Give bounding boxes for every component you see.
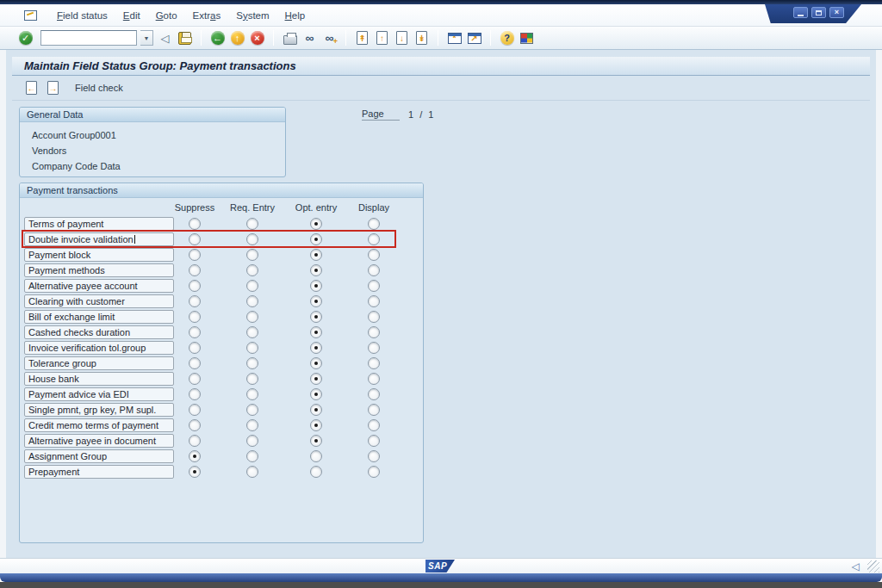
radio-req_entry[interactable] xyxy=(246,357,258,369)
menu-goto[interactable]: Goto xyxy=(148,8,185,23)
radio-opt_entry[interactable] xyxy=(310,311,322,323)
close-button[interactable]: × xyxy=(829,7,844,18)
radio-opt_entry[interactable] xyxy=(310,373,322,385)
radio-req_entry[interactable] xyxy=(246,466,258,478)
radio-suppress[interactable] xyxy=(189,249,201,261)
radio-display[interactable] xyxy=(368,450,380,462)
field-label-box[interactable]: Single pmnt, grp key, PM supl. xyxy=(24,403,174,417)
next-page-button[interactable]: ↓ xyxy=(394,30,410,46)
help-button[interactable]: ? xyxy=(499,30,515,46)
radio-display[interactable] xyxy=(368,295,380,307)
radio-suppress[interactable] xyxy=(189,264,201,276)
radio-req_entry[interactable] xyxy=(246,419,258,431)
radio-req_entry[interactable] xyxy=(246,295,258,307)
previous-screen-button[interactable]: ← xyxy=(23,80,40,96)
print-button[interactable] xyxy=(282,30,298,46)
find-button[interactable]: ∞ xyxy=(301,30,318,46)
radio-opt_entry[interactable] xyxy=(310,280,322,292)
radio-opt_entry[interactable] xyxy=(310,419,322,431)
field-label-box[interactable]: Terms of payment xyxy=(24,217,174,231)
maximize-button[interactable] xyxy=(811,7,826,18)
radio-suppress[interactable] xyxy=(189,233,201,245)
create-shortcut-button[interactable]: ↗ xyxy=(466,30,482,46)
radio-display[interactable] xyxy=(368,435,380,447)
radio-display[interactable] xyxy=(368,311,380,323)
menu-edit[interactable]: Edit xyxy=(115,8,148,23)
radio-req_entry[interactable] xyxy=(246,326,258,338)
radio-req_entry[interactable] xyxy=(246,450,258,462)
radio-opt_entry[interactable] xyxy=(310,326,322,338)
save-button[interactable] xyxy=(177,30,193,46)
radio-opt_entry[interactable] xyxy=(310,264,322,276)
first-page-button[interactable]: ↟ xyxy=(354,30,370,46)
collapse-toolbar-button[interactable]: ◁ xyxy=(157,30,173,46)
radio-req_entry[interactable] xyxy=(246,435,258,447)
radio-req_entry[interactable] xyxy=(246,218,258,230)
radio-display[interactable] xyxy=(368,218,380,230)
field-label-box[interactable]: Cashed checks duration xyxy=(24,325,174,339)
radio-opt_entry[interactable] xyxy=(310,450,322,462)
radio-req_entry[interactable] xyxy=(246,404,258,416)
field-label-box[interactable]: Assignment Group xyxy=(24,449,174,463)
radio-display[interactable] xyxy=(368,388,380,400)
command-dropdown-button[interactable]: ▼ xyxy=(140,30,153,46)
field-label-box[interactable]: Payment block xyxy=(24,248,174,262)
menu-extras[interactable]: Extras xyxy=(185,8,229,23)
radio-display[interactable] xyxy=(368,373,380,385)
field-label-box[interactable]: Payment advice via EDI xyxy=(24,387,174,401)
radio-suppress[interactable] xyxy=(189,404,201,416)
exit-button[interactable]: ↑ xyxy=(229,30,245,46)
field-label-box[interactable]: Alternative payee account xyxy=(24,279,174,293)
radio-req_entry[interactable] xyxy=(246,249,258,261)
radio-display[interactable] xyxy=(368,280,380,292)
radio-req_entry[interactable] xyxy=(246,388,258,400)
customize-layout-button[interactable] xyxy=(519,30,535,46)
radio-opt_entry[interactable] xyxy=(310,342,322,354)
field-label-box[interactable]: Credit memo terms of payment xyxy=(24,418,174,432)
field-label-box[interactable]: Prepayment xyxy=(24,465,174,479)
field-label-box[interactable]: Invoice verification tol.group xyxy=(24,341,174,355)
radio-display[interactable] xyxy=(368,404,380,416)
radio-suppress[interactable] xyxy=(189,373,201,385)
radio-display[interactable] xyxy=(368,233,380,245)
resize-grip-icon[interactable] xyxy=(867,560,879,573)
radio-req_entry[interactable] xyxy=(246,264,258,276)
radio-req_entry[interactable] xyxy=(246,311,258,323)
radio-opt_entry[interactable] xyxy=(310,295,322,307)
radio-suppress[interactable] xyxy=(189,466,201,478)
radio-suppress[interactable] xyxy=(189,295,201,307)
cancel-button[interactable]: × xyxy=(249,30,265,46)
radio-display[interactable] xyxy=(368,419,380,431)
system-menu-icon[interactable] xyxy=(24,10,37,21)
next-screen-button[interactable]: → xyxy=(45,80,61,96)
menu-system[interactable]: System xyxy=(228,8,276,23)
command-input[interactable] xyxy=(40,30,137,46)
radio-req_entry[interactable] xyxy=(246,342,258,354)
field-label-box[interactable]: Alternative payee in document xyxy=(24,434,174,448)
menu-field-status[interactable]: Field status xyxy=(49,8,115,23)
radio-suppress[interactable] xyxy=(189,326,201,338)
radio-display[interactable] xyxy=(368,466,380,478)
radio-suppress[interactable] xyxy=(189,388,201,400)
radio-suppress[interactable] xyxy=(189,218,201,230)
new-session-button[interactable]: * xyxy=(446,30,463,46)
minimize-button[interactable] xyxy=(793,7,808,18)
previous-page-button[interactable]: ↑ xyxy=(374,30,390,46)
radio-suppress[interactable] xyxy=(189,357,201,369)
field-label-box[interactable]: Clearing with customer xyxy=(24,294,174,308)
radio-display[interactable] xyxy=(368,326,380,338)
radio-opt_entry[interactable] xyxy=(310,435,322,447)
radio-opt_entry[interactable] xyxy=(310,388,322,400)
menu-help[interactable]: Help xyxy=(277,8,314,23)
back-button[interactable]: ← xyxy=(209,30,226,46)
radio-suppress[interactable] xyxy=(189,342,201,354)
field-label-box[interactable]: House bank xyxy=(24,372,174,386)
field-label-box[interactable]: Bill of exchange limit xyxy=(24,310,174,324)
radio-display[interactable] xyxy=(368,342,380,354)
radio-display[interactable] xyxy=(368,357,380,369)
radio-opt_entry[interactable] xyxy=(310,233,322,245)
radio-suppress[interactable] xyxy=(189,419,201,431)
radio-display[interactable] xyxy=(368,264,380,276)
last-page-button[interactable]: ↡ xyxy=(413,30,430,46)
radio-req_entry[interactable] xyxy=(246,373,258,385)
